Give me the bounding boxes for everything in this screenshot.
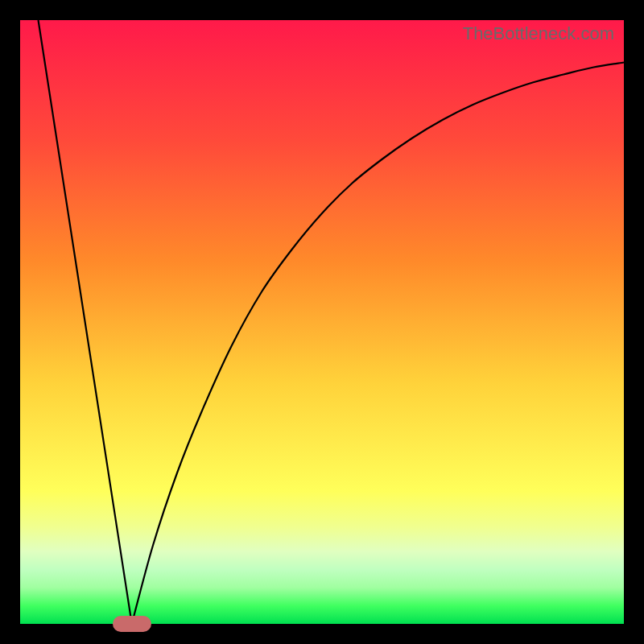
optimal-marker bbox=[113, 616, 151, 632]
bottleneck-curve bbox=[39, 20, 625, 624]
chart-frame: TheBottleneck.com bbox=[0, 0, 644, 644]
curve-layer bbox=[20, 20, 624, 624]
watermark-text: TheBottleneck.com bbox=[463, 23, 614, 44]
plot-area: TheBottleneck.com bbox=[20, 20, 624, 624]
